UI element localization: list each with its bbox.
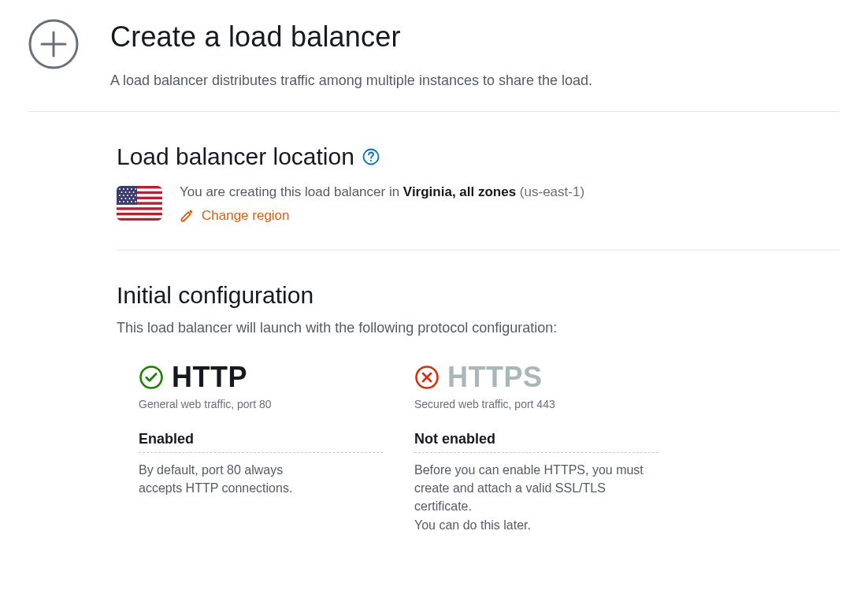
protocol-https-name: HTTPS	[447, 363, 543, 392]
svg-point-25	[131, 195, 132, 196]
location-row: You are creating this load balancer in V…	[117, 184, 840, 251]
section-location: Load balancer location	[117, 112, 840, 251]
protocol-https-header: HTTPS	[414, 363, 658, 392]
section-title-location: Load balancer location	[117, 143, 354, 170]
page-subtitle: A load balancer distributes traffic amon…	[110, 72, 840, 89]
svg-rect-11	[117, 215, 162, 217]
svg-point-26	[135, 195, 136, 196]
page-title: Create a load balancer	[110, 20, 840, 54]
location-region-code: (us-east-1)	[516, 184, 584, 199]
x-circle-icon	[414, 365, 440, 390]
svg-point-4	[370, 160, 372, 161]
protocol-http-header: HTTP	[139, 363, 383, 392]
us-flag-icon	[117, 186, 162, 221]
change-region-link[interactable]: Change region	[180, 208, 290, 224]
svg-point-28	[125, 198, 127, 199]
svg-point-17	[135, 188, 136, 190]
page-header: Create a load balancer A load balancer d…	[28, 16, 840, 112]
svg-point-33	[127, 201, 128, 202]
svg-rect-9	[117, 205, 162, 207]
svg-point-34	[131, 201, 132, 202]
svg-point-23	[123, 195, 124, 196]
svg-point-21	[133, 191, 135, 193]
protocol-https-status: Not enabled	[414, 431, 658, 453]
location-title-row: Load balancer location	[117, 143, 840, 170]
svg-point-27	[121, 198, 123, 199]
change-region-label: Change region	[202, 208, 290, 224]
edit-icon	[180, 209, 194, 223]
location-description: You are creating this load balancer in V…	[180, 184, 840, 200]
protocol-https-detail: Before you can enable HTTPS, you must cr…	[414, 461, 658, 534]
svg-point-32	[123, 201, 124, 202]
svg-point-15	[127, 188, 128, 190]
location-intro: You are creating this load balancer in	[180, 184, 403, 199]
svg-point-30	[133, 198, 135, 199]
svg-point-24	[127, 195, 128, 196]
protocol-http: HTTP General web traffic, port 80 Enable…	[139, 363, 383, 534]
svg-point-14	[123, 188, 124, 190]
plus-icon	[28, 19, 79, 69]
section-title-config: Initial configuration	[117, 282, 840, 309]
protocol-https: HTTPS Secured web traffic, port 443 Not …	[414, 363, 658, 534]
page-root: Create a load balancer A load balancer d…	[0, 0, 868, 566]
protocol-http-detail: By default, port 80 always accepts HTTP …	[139, 461, 320, 497]
svg-point-31	[119, 201, 121, 202]
section-config: Initial configuration This load balancer…	[117, 251, 840, 534]
help-icon[interactable]	[362, 148, 380, 165]
config-description: This load balancer will launch with the …	[117, 320, 840, 336]
protocol-https-subtitle: Secured web traffic, port 443	[414, 398, 658, 410]
protocol-grid: HTTP General web traffic, port 80 Enable…	[139, 363, 840, 534]
header-text-block: Create a load balancer A load balancer d…	[110, 16, 840, 89]
svg-point-20	[129, 191, 131, 193]
protocol-http-subtitle: General web traffic, port 80	[139, 398, 383, 410]
protocol-http-status: Enabled	[139, 431, 383, 453]
location-region-name: Virginia, all zones	[403, 184, 516, 199]
svg-point-13	[119, 188, 121, 190]
svg-point-16	[131, 188, 132, 190]
svg-point-19	[125, 191, 127, 193]
svg-point-29	[129, 198, 131, 199]
svg-point-35	[135, 201, 136, 202]
location-text-wrap: You are creating this load balancer in V…	[180, 184, 840, 226]
svg-point-18	[121, 191, 123, 193]
svg-point-22	[119, 195, 121, 196]
protocol-http-name: HTTP	[172, 363, 247, 392]
check-circle-icon	[139, 365, 164, 390]
svg-rect-10	[117, 210, 162, 213]
